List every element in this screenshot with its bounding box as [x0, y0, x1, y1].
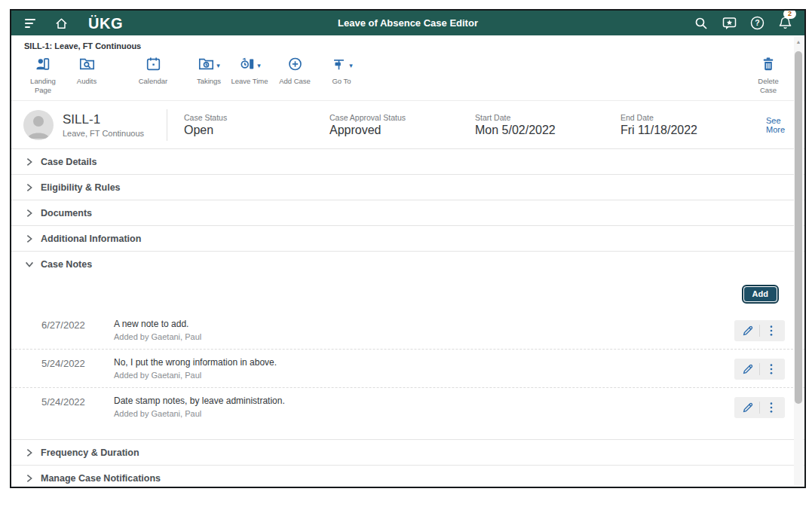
chevron-down-icon [24, 259, 35, 270]
go-to-icon [330, 56, 348, 75]
toolbar-label: Landing Page [23, 77, 63, 95]
section-title: Documents [41, 208, 92, 218]
toolbar-landing-page-button[interactable]: Landing Page [23, 57, 63, 95]
landing-page-icon [35, 56, 52, 75]
toolbar-label: Leave Time [231, 77, 268, 86]
note-more-menu-icon[interactable] [762, 399, 780, 417]
field-value: Approved [329, 124, 475, 137]
divider [167, 109, 167, 141]
app-window: ÜKG Leave of Absence Case Editor ? [10, 9, 806, 488]
delete-case-icon [760, 56, 777, 75]
chevron-down-icon: ▾ [257, 63, 261, 69]
note-row: 5/24/2022 Date stamp notes, by leave adm… [11, 387, 804, 426]
chevron-down-icon: ▾ [349, 63, 353, 69]
section-eligibility-rules[interactable]: Eligibility & Rules [11, 174, 804, 200]
help-icon[interactable]: ? [748, 14, 766, 32]
case-type: Leave, FT Continuous [63, 129, 161, 138]
svg-text:?: ? [755, 18, 759, 27]
field-label: Case Approval Status [329, 113, 475, 122]
edit-note-button[interactable] [739, 399, 757, 417]
note-text: Date stamp notes, by leave administratio… [114, 396, 734, 406]
toolbar-delete-case-button[interactable]: Delete Case [749, 57, 788, 95]
toolbar-audits-button[interactable]: Audits [67, 57, 106, 86]
takings-icon [198, 56, 215, 75]
home-icon[interactable] [52, 14, 70, 32]
toolbar: Landing Page Audits Calendar [11, 52, 804, 100]
see-more-link[interactable]: See More [766, 116, 785, 134]
section-case-notes[interactable]: Case Notes [11, 251, 804, 276]
search-icon[interactable] [692, 14, 710, 32]
chevron-right-icon [24, 234, 35, 244]
note-date: 5/24/2022 [41, 357, 114, 369]
main-menu-icon[interactable] [22, 14, 40, 32]
toolbar-label: Audits [77, 77, 97, 86]
case-status-field: Case Status Open [184, 113, 329, 137]
section-title: Manage Case Notifications [41, 473, 161, 484]
note-actions [734, 359, 785, 380]
audits-icon [78, 56, 96, 75]
vertical-scrollbar[interactable]: ▲ [794, 36, 803, 485]
edit-note-button[interactable] [739, 360, 757, 378]
note-more-menu-icon[interactable] [762, 360, 780, 378]
feedback-chat-icon[interactable] [720, 14, 738, 32]
note-date: 6/27/2022 [41, 319, 114, 331]
add-note-button[interactable]: Add [743, 286, 777, 302]
toolbar-go-to-button[interactable]: ▾ Go To [322, 57, 361, 86]
note-text: A new note to add. [114, 319, 734, 329]
scroll-up-arrow-icon[interactable]: ▲ [794, 36, 803, 47]
chevron-right-icon [24, 473, 35, 484]
toolbar-label: Add Case [279, 77, 311, 86]
chevron-right-icon [24, 208, 35, 218]
divider [759, 402, 760, 414]
toolbar-label: Takings [197, 77, 221, 86]
chevron-right-icon [24, 447, 35, 458]
section-title: Eligibility & Rules [41, 182, 121, 193]
section-title: Frequency & Duration [41, 447, 139, 458]
chevron-right-icon [24, 182, 35, 193]
toolbar-calendar-button[interactable]: Calendar [133, 57, 173, 86]
section-frequency-duration[interactable]: Frequency & Duration [11, 439, 804, 465]
calendar-icon [145, 56, 162, 75]
start-date-field: Start Date Mon 5/02/2022 [475, 113, 620, 137]
toolbar-leave-time-button[interactable]: ▾ Leave Time [230, 57, 269, 86]
divider [759, 325, 760, 337]
toolbar-takings-button[interactable]: ▾ Takings [189, 57, 228, 86]
case-summary: SILL-1 Leave, FT Continuous Case Status … [11, 100, 804, 148]
field-value: Fri 11/18/2022 [620, 124, 766, 137]
notifications-bell-icon[interactable]: 2 [776, 14, 794, 32]
spacer [11, 426, 804, 439]
notification-badge: 2 [783, 9, 796, 19]
add-case-icon [286, 56, 304, 75]
toolbar-add-case-button[interactable]: Add Case [275, 57, 314, 86]
divider [759, 363, 760, 375]
toolbar-label: Go To [332, 77, 351, 86]
leave-time-icon [238, 56, 256, 75]
section-case-details[interactable]: Case Details [11, 148, 804, 174]
field-label: Case Status [184, 113, 329, 122]
field-label: End Date [620, 113, 766, 122]
field-label: Start Date [475, 113, 620, 122]
page-title: Leave of Absence Case Editor [11, 17, 804, 29]
top-bar: ÜKG Leave of Absence Case Editor ? [11, 11, 804, 35]
toolbar-label: Delete Case [749, 77, 788, 95]
section-title: Case Notes [41, 259, 92, 270]
chevron-down-icon: ▾ [216, 63, 220, 69]
breadcrumb: SILL-1: Leave, FT Continuous [11, 35, 804, 52]
edit-note-button[interactable] [739, 322, 757, 340]
section-manage-case-notifications[interactable]: Manage Case Notifications [11, 465, 804, 488]
note-added-by: Added by Gaetani, Paul [114, 371, 734, 380]
section-title: Case Details [41, 157, 97, 167]
case-notes-add-row: Add [11, 276, 804, 311]
section-title: Additional Information [41, 234, 141, 244]
ukg-logo[interactable]: ÜKG [88, 16, 123, 31]
avatar [23, 110, 54, 140]
section-documents[interactable]: Documents [11, 200, 804, 225]
section-additional-information[interactable]: Additional Information [11, 225, 804, 251]
case-approval-status-field: Case Approval Status Approved [329, 113, 475, 137]
scrollbar-thumb[interactable] [795, 51, 802, 404]
case-id: SILL-1 [63, 112, 161, 127]
toolbar-label: Calendar [139, 77, 168, 86]
note-more-menu-icon[interactable] [762, 322, 780, 340]
note-actions [734, 397, 785, 418]
note-row: 5/24/2022 No, I put the wrong informatio… [11, 349, 804, 387]
